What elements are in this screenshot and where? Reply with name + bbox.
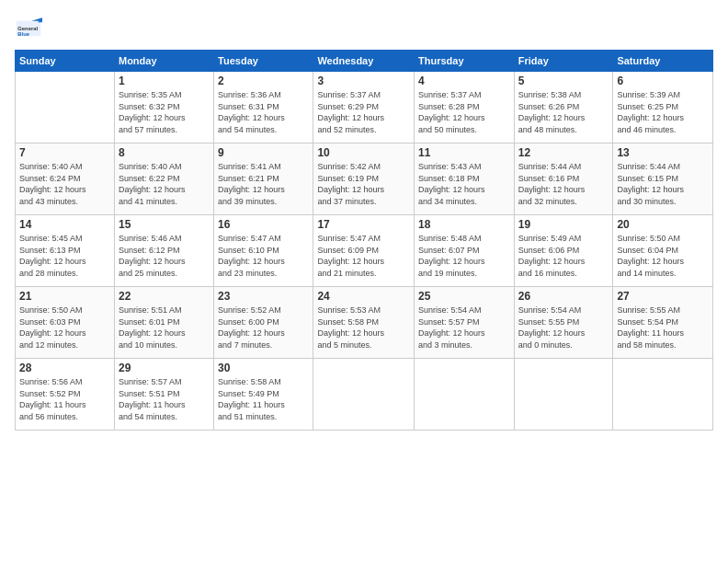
calendar-cell: 5Sunrise: 5:38 AM Sunset: 6:26 PM Daylig… bbox=[514, 72, 613, 144]
day-number: 13 bbox=[617, 146, 709, 159]
calendar-cell: 13Sunrise: 5:44 AM Sunset: 6:15 PM Dayli… bbox=[613, 144, 713, 215]
weekday-header-row: SundayMondayTuesdayWednesdayThursdayFrid… bbox=[16, 51, 713, 72]
day-info: Sunrise: 5:45 AM Sunset: 6:13 PM Dayligh… bbox=[19, 233, 110, 279]
calendar-cell: 29Sunrise: 5:57 AM Sunset: 5:51 PM Dayli… bbox=[114, 359, 213, 431]
day-number: 5 bbox=[518, 75, 609, 87]
day-number: 15 bbox=[119, 218, 210, 231]
calendar-cell bbox=[415, 359, 515, 431]
weekday-header-saturday: Saturday bbox=[613, 51, 713, 72]
weekday-header-tuesday: Tuesday bbox=[214, 51, 313, 72]
day-info: Sunrise: 5:55 AM Sunset: 5:54 PM Dayligh… bbox=[617, 304, 709, 350]
day-info: Sunrise: 5:52 AM Sunset: 6:00 PM Dayligh… bbox=[218, 304, 309, 350]
day-number: 19 bbox=[518, 218, 609, 231]
day-number: 16 bbox=[218, 218, 309, 231]
svg-text:General: General bbox=[17, 26, 38, 31]
calendar-cell: 22Sunrise: 5:51 AM Sunset: 6:01 PM Dayli… bbox=[114, 287, 213, 359]
svg-text:Blue: Blue bbox=[17, 31, 29, 37]
day-info: Sunrise: 5:58 AM Sunset: 5:49 PM Dayligh… bbox=[218, 376, 309, 422]
day-number: 18 bbox=[418, 218, 510, 231]
day-info: Sunrise: 5:40 AM Sunset: 6:22 PM Dayligh… bbox=[119, 161, 210, 207]
day-number: 2 bbox=[218, 75, 309, 87]
day-info: Sunrise: 5:38 AM Sunset: 6:26 PM Dayligh… bbox=[518, 89, 609, 135]
calendar-cell: 6Sunrise: 5:39 AM Sunset: 6:25 PM Daylig… bbox=[613, 72, 713, 144]
day-info: Sunrise: 5:44 AM Sunset: 6:15 PM Dayligh… bbox=[617, 161, 709, 207]
day-info: Sunrise: 5:51 AM Sunset: 6:01 PM Dayligh… bbox=[119, 304, 210, 350]
day-info: Sunrise: 5:50 AM Sunset: 6:03 PM Dayligh… bbox=[19, 304, 110, 350]
weekday-header-thursday: Thursday bbox=[415, 51, 515, 72]
day-info: Sunrise: 5:48 AM Sunset: 6:07 PM Dayligh… bbox=[418, 233, 510, 279]
day-number: 12 bbox=[518, 146, 609, 159]
day-info: Sunrise: 5:47 AM Sunset: 6:09 PM Dayligh… bbox=[317, 233, 410, 279]
calendar-cell: 8Sunrise: 5:40 AM Sunset: 6:22 PM Daylig… bbox=[114, 144, 213, 215]
day-info: Sunrise: 5:41 AM Sunset: 6:21 PM Dayligh… bbox=[218, 161, 309, 207]
day-number: 4 bbox=[418, 75, 510, 87]
day-info: Sunrise: 5:53 AM Sunset: 5:58 PM Dayligh… bbox=[317, 304, 410, 350]
calendar-cell bbox=[613, 359, 713, 431]
day-number: 23 bbox=[218, 290, 309, 303]
weekday-header-friday: Friday bbox=[514, 51, 613, 72]
week-row-1: 1Sunrise: 5:35 AM Sunset: 6:32 PM Daylig… bbox=[16, 72, 713, 144]
day-number: 22 bbox=[119, 290, 210, 303]
day-info: Sunrise: 5:40 AM Sunset: 6:24 PM Dayligh… bbox=[19, 161, 110, 207]
calendar-cell: 26Sunrise: 5:54 AM Sunset: 5:55 PM Dayli… bbox=[514, 287, 613, 359]
calendar-cell: 16Sunrise: 5:47 AM Sunset: 6:10 PM Dayli… bbox=[214, 215, 313, 287]
calendar-cell: 17Sunrise: 5:47 AM Sunset: 6:09 PM Dayli… bbox=[313, 215, 415, 287]
day-number: 24 bbox=[317, 290, 410, 303]
day-info: Sunrise: 5:56 AM Sunset: 5:52 PM Dayligh… bbox=[19, 376, 110, 422]
day-number: 21 bbox=[19, 290, 110, 303]
day-number: 25 bbox=[418, 290, 510, 303]
day-number: 9 bbox=[218, 146, 309, 159]
calendar-cell: 23Sunrise: 5:52 AM Sunset: 6:00 PM Dayli… bbox=[214, 287, 313, 359]
day-number: 6 bbox=[617, 75, 709, 87]
calendar-cell: 15Sunrise: 5:46 AM Sunset: 6:12 PM Dayli… bbox=[114, 215, 213, 287]
day-info: Sunrise: 5:49 AM Sunset: 6:06 PM Dayligh… bbox=[518, 233, 609, 279]
calendar-cell: 1Sunrise: 5:35 AM Sunset: 6:32 PM Daylig… bbox=[114, 72, 213, 144]
calendar-cell: 3Sunrise: 5:37 AM Sunset: 6:29 PM Daylig… bbox=[313, 72, 415, 144]
calendar-cell: 11Sunrise: 5:43 AM Sunset: 6:18 PM Dayli… bbox=[415, 144, 515, 215]
day-info: Sunrise: 5:37 AM Sunset: 6:28 PM Dayligh… bbox=[418, 89, 510, 135]
day-number: 27 bbox=[617, 290, 709, 303]
day-number: 11 bbox=[418, 146, 510, 159]
calendar-cell: 21Sunrise: 5:50 AM Sunset: 6:03 PM Dayli… bbox=[16, 287, 115, 359]
day-info: Sunrise: 5:54 AM Sunset: 5:55 PM Dayligh… bbox=[518, 304, 609, 350]
day-info: Sunrise: 5:42 AM Sunset: 6:19 PM Dayligh… bbox=[317, 161, 410, 207]
day-info: Sunrise: 5:39 AM Sunset: 6:25 PM Dayligh… bbox=[617, 89, 709, 135]
calendar-cell: 24Sunrise: 5:53 AM Sunset: 5:58 PM Dayli… bbox=[313, 287, 415, 359]
calendar: SundayMondayTuesdayWednesdayThursdayFrid… bbox=[15, 50, 713, 431]
calendar-cell: 4Sunrise: 5:37 AM Sunset: 6:28 PM Daylig… bbox=[415, 72, 515, 144]
day-info: Sunrise: 5:35 AM Sunset: 6:32 PM Dayligh… bbox=[119, 89, 210, 135]
day-number: 17 bbox=[317, 218, 410, 231]
week-row-5: 28Sunrise: 5:56 AM Sunset: 5:52 PM Dayli… bbox=[16, 359, 713, 431]
day-number: 7 bbox=[19, 146, 110, 159]
calendar-cell: 28Sunrise: 5:56 AM Sunset: 5:52 PM Dayli… bbox=[16, 359, 115, 431]
logo: General Blue bbox=[15, 15, 46, 42]
day-number: 30 bbox=[218, 362, 309, 374]
weekday-header-wednesday: Wednesday bbox=[313, 51, 415, 72]
day-info: Sunrise: 5:50 AM Sunset: 6:04 PM Dayligh… bbox=[617, 233, 709, 279]
week-row-2: 7Sunrise: 5:40 AM Sunset: 6:24 PM Daylig… bbox=[16, 144, 713, 215]
calendar-cell: 2Sunrise: 5:36 AM Sunset: 6:31 PM Daylig… bbox=[214, 72, 313, 144]
calendar-cell: 19Sunrise: 5:49 AM Sunset: 6:06 PM Dayli… bbox=[514, 215, 613, 287]
calendar-cell: 27Sunrise: 5:55 AM Sunset: 5:54 PM Dayli… bbox=[613, 287, 713, 359]
calendar-cell bbox=[313, 359, 415, 431]
calendar-cell bbox=[514, 359, 613, 431]
day-number: 3 bbox=[317, 75, 410, 87]
calendar-cell: 7Sunrise: 5:40 AM Sunset: 6:24 PM Daylig… bbox=[16, 144, 115, 215]
day-number: 29 bbox=[119, 362, 210, 374]
day-number: 28 bbox=[19, 362, 110, 374]
calendar-cell: 25Sunrise: 5:54 AM Sunset: 5:57 PM Dayli… bbox=[415, 287, 515, 359]
day-number: 26 bbox=[518, 290, 609, 303]
day-number: 20 bbox=[617, 218, 709, 231]
week-row-3: 14Sunrise: 5:45 AM Sunset: 6:13 PM Dayli… bbox=[16, 215, 713, 287]
day-info: Sunrise: 5:37 AM Sunset: 6:29 PM Dayligh… bbox=[317, 89, 410, 135]
day-info: Sunrise: 5:57 AM Sunset: 5:51 PM Dayligh… bbox=[119, 376, 210, 422]
day-info: Sunrise: 5:46 AM Sunset: 6:12 PM Dayligh… bbox=[119, 233, 210, 279]
weekday-header-monday: Monday bbox=[114, 51, 213, 72]
calendar-cell bbox=[16, 72, 115, 144]
day-info: Sunrise: 5:47 AM Sunset: 6:10 PM Dayligh… bbox=[218, 233, 309, 279]
day-number: 10 bbox=[317, 146, 410, 159]
logo-icon: General Blue bbox=[15, 15, 42, 42]
day-number: 14 bbox=[19, 218, 110, 231]
calendar-cell: 30Sunrise: 5:58 AM Sunset: 5:49 PM Dayli… bbox=[214, 359, 313, 431]
day-info: Sunrise: 5:36 AM Sunset: 6:31 PM Dayligh… bbox=[218, 89, 309, 135]
